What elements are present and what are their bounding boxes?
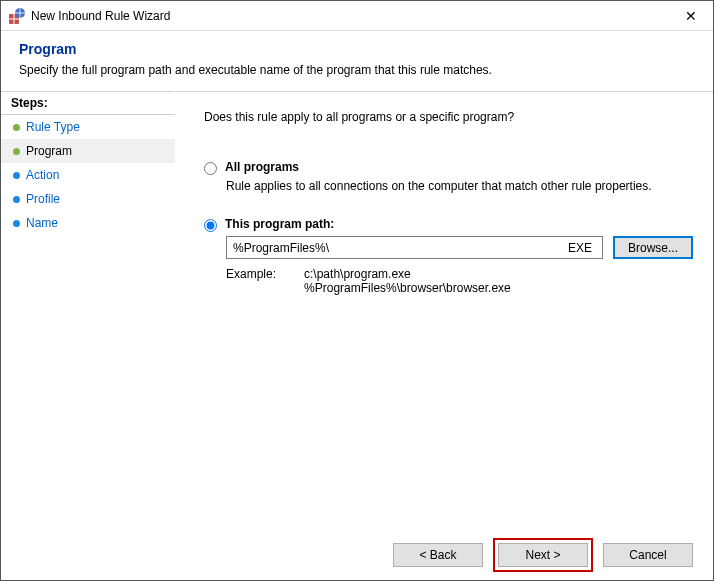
browse-button[interactable]: Browse...: [613, 236, 693, 259]
option-all-description: Rule applies to all connections on the c…: [226, 179, 693, 193]
step-name[interactable]: Name: [1, 211, 175, 235]
wizard-content: Does this rule apply to all programs or …: [176, 91, 713, 530]
page-description: Specify the full program path and execut…: [19, 63, 695, 77]
bullet-icon: [13, 172, 20, 179]
path-extension: EXE: [568, 241, 596, 255]
next-button[interactable]: Next >: [498, 543, 588, 567]
step-label: Profile: [26, 192, 60, 206]
path-value: %ProgramFiles%\: [233, 241, 329, 255]
step-action[interactable]: Action: [1, 163, 175, 187]
wizard-header: Program Specify the full program path an…: [1, 31, 713, 91]
titlebar: New Inbound Rule Wizard ✕: [1, 1, 713, 31]
steps-sidebar: Steps: Rule Type Program Action Profile …: [1, 91, 176, 530]
content-question: Does this rule apply to all programs or …: [204, 110, 693, 124]
step-label: Rule Type: [26, 120, 80, 134]
step-label: Program: [26, 144, 72, 158]
example-label: Example:: [226, 267, 276, 295]
next-highlight: Next >: [493, 538, 593, 572]
page-title: Program: [19, 41, 695, 57]
wizard-footer: < Back Next > Cancel: [1, 530, 713, 580]
step-label: Name: [26, 216, 58, 230]
step-label: Action: [26, 168, 59, 182]
option-program-path[interactable]: This program path:: [204, 217, 693, 232]
bullet-icon: [13, 124, 20, 131]
radio-program-path[interactable]: [204, 219, 217, 232]
bullet-icon: [13, 148, 20, 155]
example-text: c:\path\program.exe %ProgramFiles%\brows…: [304, 267, 511, 295]
window-title: New Inbound Rule Wizard: [31, 9, 671, 23]
step-program: Program: [1, 139, 175, 163]
cancel-button[interactable]: Cancel: [603, 543, 693, 567]
step-profile[interactable]: Profile: [1, 187, 175, 211]
option-label: This program path:: [225, 217, 334, 231]
radio-all-programs[interactable]: [204, 162, 217, 175]
steps-heading: Steps:: [1, 91, 175, 115]
close-button[interactable]: ✕: [671, 8, 711, 24]
back-button[interactable]: < Back: [393, 543, 483, 567]
option-label: All programs: [225, 160, 299, 174]
bullet-icon: [13, 196, 20, 203]
step-rule-type[interactable]: Rule Type: [1, 115, 175, 139]
option-all-programs[interactable]: All programs: [204, 160, 693, 175]
firewall-icon: [9, 8, 25, 24]
program-path-input[interactable]: %ProgramFiles%\ EXE: [226, 236, 603, 259]
bullet-icon: [13, 220, 20, 227]
